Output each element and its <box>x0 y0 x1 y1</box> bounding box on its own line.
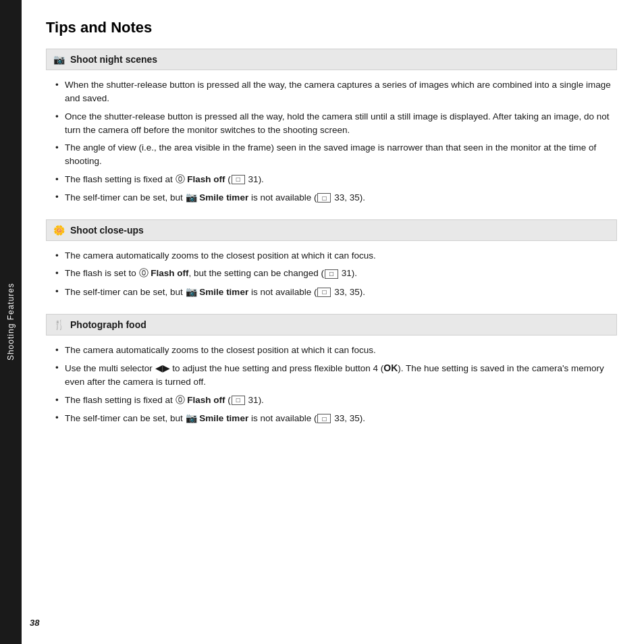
list-item: The flash is set to ⓪ Flash off, but the… <box>53 267 617 280</box>
main-content: Tips and Notes 📷 Shoot night scenes When… <box>22 0 644 459</box>
ref-box: □ <box>317 288 331 297</box>
ref-box: □ <box>317 193 331 203</box>
smile-timer-label: Smile timer <box>199 413 248 423</box>
list-item: The flash setting is fixed at ⓪ Flash of… <box>53 173 617 186</box>
ref-box: □ <box>232 175 245 184</box>
ref-box: □ <box>232 396 245 405</box>
night-scenes-list: When the shutter-release button is press… <box>46 78 617 205</box>
list-item: The self-timer can be set, but 📷 Smile t… <box>53 411 617 425</box>
section-heading-shoot-night: Shoot night scenes <box>70 54 157 65</box>
flash-off-label: Flash off <box>187 174 225 184</box>
flash-off-icon: ⓪ <box>176 174 185 184</box>
food-list: The camera automatically zooms to the cl… <box>46 344 617 425</box>
section-heading-shoot-closeups: Shoot close-ups <box>70 225 144 236</box>
flash-off-icon: ⓪ <box>176 395 185 405</box>
page-number: 38 <box>30 618 39 628</box>
list-item: The angle of view (i.e., the area visibl… <box>53 141 617 169</box>
smile-timer-label: Smile timer <box>199 192 248 203</box>
list-item: The flash setting is fixed at ⓪ Flash of… <box>53 394 617 407</box>
section-header-shoot-closeups: 🌼 Shoot close-ups <box>46 219 617 241</box>
list-item: The self-timer can be set, but 📷 Smile t… <box>53 190 617 205</box>
section-photograph-food: 🍴 Photograph food The camera automatical… <box>46 314 617 425</box>
closeups-list: The camera automatically zooms to the cl… <box>46 249 617 299</box>
list-item: The camera automatically zooms to the cl… <box>53 249 617 263</box>
ref-box: □ <box>325 269 338 279</box>
closeups-icon: 🌼 <box>53 225 65 236</box>
section-shoot-closeups: 🌼 Shoot close-ups The camera automatical… <box>46 219 617 299</box>
page-title: Tips and Notes <box>46 19 617 36</box>
flash-off-label: Flash off <box>151 268 188 278</box>
ok-label: OK <box>383 363 398 373</box>
list-item: The camera automatically zooms to the cl… <box>53 344 617 357</box>
night-scenes-icon: 📷 <box>53 54 65 65</box>
list-item: Once the shutter-release button is press… <box>53 110 617 138</box>
flash-off-icon: ⓪ <box>139 268 149 278</box>
sidebar: Shooting Features <box>0 0 22 644</box>
section-shoot-night: 📷 Shoot night scenes When the shutter-re… <box>46 49 617 205</box>
section-heading-photograph-food: Photograph food <box>70 319 146 330</box>
smile-timer-icon: 📷 <box>186 286 197 297</box>
smile-timer-label: Smile timer <box>199 287 248 297</box>
flash-off-label: Flash off <box>187 395 225 405</box>
ref-box: □ <box>317 414 331 423</box>
food-icon: 🍴 <box>53 319 65 330</box>
sidebar-label: Shooting Features <box>6 283 16 360</box>
section-header-shoot-night: 📷 Shoot night scenes <box>46 49 617 70</box>
section-header-photograph-food: 🍴 Photograph food <box>46 314 617 336</box>
smile-timer-icon: 📷 <box>186 412 197 423</box>
smile-timer-icon: 📷 <box>186 192 197 203</box>
list-item: The self-timer can be set, but 📷 Smile t… <box>53 285 617 299</box>
list-item: Use the multi selector ◀▶ to adjust the … <box>53 361 617 390</box>
list-item: When the shutter-release button is press… <box>53 78 617 106</box>
